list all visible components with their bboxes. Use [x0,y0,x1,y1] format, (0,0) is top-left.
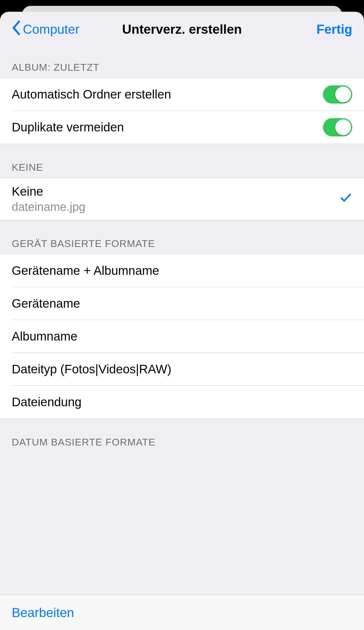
section-header-date: DATUM BASIERTE FORMATE [0,419,364,453]
switch-knob [335,87,351,102]
list-album: Automatisch Ordner erstellen Duplikate v… [0,78,364,144]
bottom-toolbar: Bearbeiten [0,595,364,630]
row-format-album[interactable]: Albumname [12,320,364,353]
switch-auto-create[interactable] [323,85,352,104]
section-header-album: ALBUM: ZULETZT [0,47,364,78]
modal-sheet: Computer Unterverz. erstellen Fertig ALB… [0,12,364,630]
row-avoid-duplicates: Duplikate vermeiden [12,111,364,144]
content-scroll[interactable]: ALBUM: ZULETZT Automatisch Ordner erstel… [0,47,364,630]
row-label: Dateiendung [12,395,352,409]
switch-knob [335,119,351,135]
row-format-filetype[interactable]: Dateityp (Fotos|Videos|RAW) [12,353,364,386]
row-label: Gerätename + Albumname [12,264,352,278]
section-header-device: GERÄT BASIERTE FORMATE [0,220,364,254]
row-format-device[interactable]: Gerätename [12,287,364,320]
edit-button[interactable]: Bearbeiten [12,605,74,620]
row-format-none[interactable]: Keine dateiname.jpg [12,178,364,220]
checkmark-icon [339,191,352,207]
row-label: Duplikate vermeiden [12,120,323,134]
row-auto-create-folder: Automatisch Ordner erstellen [12,78,364,111]
navigation-bar: Computer Unterverz. erstellen Fertig [0,12,364,47]
back-button[interactable]: Computer [12,21,79,38]
row-label: Dateityp (Fotos|Videos|RAW) [12,362,352,376]
switch-avoid-duplicates[interactable] [323,118,352,136]
section-header-none: KEINE [0,144,364,178]
row-format-device-album[interactable]: Gerätename + Albumname [12,254,364,287]
row-label: Albumname [12,329,352,343]
row-format-extension[interactable]: Dateiendung [12,386,364,419]
list-none: Keine dateiname.jpg [0,178,364,220]
chevron-left-icon [12,21,23,38]
done-button[interactable]: Fertig [317,22,352,37]
row-subtitle: dateiname.jpg [12,200,339,214]
back-label: Computer [23,22,79,37]
row-label: Gerätename [12,297,352,311]
list-device-formats: Gerätename + Albumname Gerätename Albumn… [0,254,364,419]
row-label: Automatisch Ordner erstellen [12,87,323,101]
row-label: Keine [12,184,339,199]
